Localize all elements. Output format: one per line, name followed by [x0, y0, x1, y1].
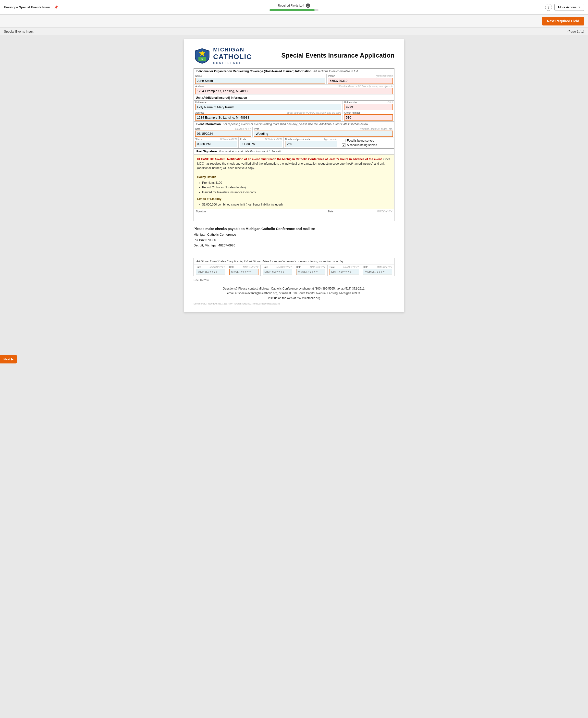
logo-conference: CONFERENCE — [213, 61, 252, 64]
additional-dates-row: Date MM/DD/YYYY Date MM/DD/YYYY Date MM/… — [194, 265, 394, 276]
add-date-input-1[interactable] — [196, 269, 225, 275]
progress-bar — [270, 9, 318, 11]
policy-title: Policy Details — [197, 175, 391, 180]
next-required-button[interactable]: Next Required Field — [542, 17, 584, 25]
add-date-input-5[interactable] — [330, 269, 359, 275]
address1-input[interactable] — [195, 88, 393, 94]
phone-cell: Phone (###) ###-#### — [327, 74, 394, 84]
additional-dates-title: Additional Event Dates — [196, 260, 226, 263]
food-checkbox-item[interactable]: ✓ Food is being served — [342, 139, 391, 142]
address2-label: Address — [195, 111, 204, 114]
check-number-label: Check number — [344, 111, 360, 114]
form-main: Individual or Organization Requesting Co… — [193, 68, 395, 221]
ends-input[interactable] — [240, 141, 282, 147]
required-fields-badge: 1 — [306, 3, 310, 8]
logo-catholic: CATHOLIC — [213, 53, 252, 61]
event-type-placeholder: Wedding, banquet, dance, etc. — [360, 128, 393, 130]
logo-text: MICHIGAN CATHOLIC CONFERENCE — [213, 46, 252, 64]
participants-input[interactable] — [285, 141, 337, 147]
phone-input[interactable] — [328, 78, 393, 84]
checkbox-group: ✓ Food is being served ✓ Alcohol is bein… — [340, 138, 393, 148]
section2-title: Unit (Additional Insured) Information — [196, 96, 247, 100]
add-date-5: Date MM/DD/YYYY — [328, 265, 361, 276]
policy-item-2: Period: 24 hours (1 calendar day) — [202, 185, 391, 190]
form-header: MI MICHIGAN CATHOLIC CONFERENCE Special … — [193, 46, 395, 64]
event-section-title: Event Information — [196, 123, 221, 126]
limits-title: Limits of Liability — [197, 197, 391, 202]
name-cell: Name — [194, 74, 327, 84]
add-date-input-4[interactable] — [296, 269, 326, 275]
event-section-header: Event Information For repeating events o… — [194, 121, 394, 127]
logo-area: MI MICHIGAN CATHOLIC CONFERENCE — [193, 46, 252, 64]
starts-label: Starts — [195, 138, 202, 141]
mail-heading: Please make checks payable to Michigan C… — [193, 227, 315, 231]
unit-name-input[interactable] — [195, 104, 341, 110]
food-label: Food is being served — [347, 139, 374, 142]
alcohol-checkbox-item[interactable]: ✓ Alcohol is being served — [342, 143, 391, 147]
address2-check-row: Address Street address or PO box, city, … — [194, 111, 394, 121]
event-date-input[interactable] — [195, 131, 251, 137]
alcohol-label: Alcohol is being served — [347, 143, 377, 147]
date-sig-placeholder: MM/DD/YYYY — [377, 210, 392, 213]
add-date-input-6[interactable] — [363, 269, 393, 275]
help-button[interactable]: ? — [545, 4, 552, 11]
add-date-input-2[interactable] — [229, 269, 259, 275]
rev-line: Rev. 4/22/24 — [193, 278, 395, 281]
ends-cell: Ends HH:MM AM/PM — [239, 138, 284, 148]
policy-item-3: Insured by Travelers Insurance Company — [202, 190, 391, 195]
mail-org: Michigan Catholic Conference — [193, 233, 236, 236]
address1-label: Address — [195, 85, 204, 88]
unit-row: Unit name Unit number #### — [194, 101, 394, 111]
times-row: Starts HH:MM AM/PM Ends HH:MM AM/PM Numb… — [194, 138, 394, 148]
address1-row: Address Street address or PO box, city, … — [194, 85, 394, 95]
name-input[interactable] — [195, 78, 325, 84]
form-footer: Questions? Please contact Michigan Catho… — [193, 287, 395, 300]
limits-list: $1,000,000 combined single limit (host l… — [197, 202, 391, 207]
top-bar: Envelope Special Events Insur... 📌 Requi… — [0, 0, 588, 15]
ends-label: Ends — [240, 138, 246, 141]
unit-name-label: Unit name — [195, 101, 207, 104]
footer-email: email at specialevents@micatholic.org, o… — [227, 292, 361, 295]
required-fields-label: Required Fields Left — [278, 4, 304, 7]
policy-area: Policy Details Premium: $100 Period: 24 … — [194, 173, 394, 209]
more-actions-button[interactable]: More Actions — [554, 4, 584, 11]
sub-header-page-info: (Page 1 / 1) — [567, 30, 584, 33]
mail-box: PO Box 670986 — [193, 238, 216, 242]
event-type-input[interactable] — [254, 131, 393, 137]
checkboxes-cell: ✓ Food is being served ✓ Alcohol is bein… — [339, 138, 394, 148]
name-label: Name — [195, 75, 202, 78]
sub-header-doc-name: Special Events Insur... — [4, 30, 36, 33]
policy-item-1: Premium: $100 — [202, 181, 391, 185]
address2-input[interactable] — [195, 114, 341, 121]
additional-dates-section: Additional Event Dates If applicable, li… — [193, 258, 395, 276]
unit-number-label: Unit number — [344, 101, 357, 104]
unit-number-input[interactable] — [344, 104, 393, 110]
address1-cell: Address Street address or PO box, city, … — [194, 85, 394, 94]
add-date-6: Date MM/DD/YYYY — [361, 265, 395, 276]
form-title: Special Events Insurance Application — [281, 52, 395, 59]
notice-area: PLEASE BE AWARE: Notification of an even… — [194, 154, 394, 173]
required-fields-info: Required Fields Left 1 — [278, 3, 310, 8]
phone-label: Phone — [328, 75, 335, 78]
unit-name-cell: Unit name — [194, 101, 343, 111]
date-sig-label: Date — [328, 210, 333, 213]
date-cell: Date MM/DD/YYYY — [326, 209, 394, 221]
check-number-input[interactable] — [344, 114, 393, 121]
next-required-label: Next Required Field — [547, 19, 579, 23]
ends-placeholder: HH:MM AM/PM — [265, 138, 282, 141]
add-date-input-3[interactable] — [262, 269, 292, 275]
unit-number-placeholder: #### — [387, 101, 393, 104]
participants-placeholder: Approximate — [324, 138, 337, 141]
food-checkbox[interactable]: ✓ — [342, 139, 345, 142]
host-sig-note: You must sign and date this form for it … — [218, 150, 283, 153]
event-date-placeholder: MM/DD/YYYY — [235, 128, 251, 130]
host-sig-title: Host Signature — [196, 150, 216, 153]
policy-list: Premium: $100 Period: 24 hours (1 calend… — [197, 181, 391, 195]
more-actions-label: More Actions — [558, 5, 576, 9]
document-id: Document ID: 4e10d24933d71a3e764444540fa… — [193, 302, 395, 305]
starts-input[interactable] — [195, 141, 237, 147]
phone-placeholder: (###) ###-#### — [376, 75, 393, 78]
alcohol-checkbox[interactable]: ✓ — [342, 143, 345, 147]
footer-questions: Questions? Please contact Michigan Catho… — [223, 287, 365, 290]
progress-area: Required Fields Left 1 — [270, 3, 318, 11]
